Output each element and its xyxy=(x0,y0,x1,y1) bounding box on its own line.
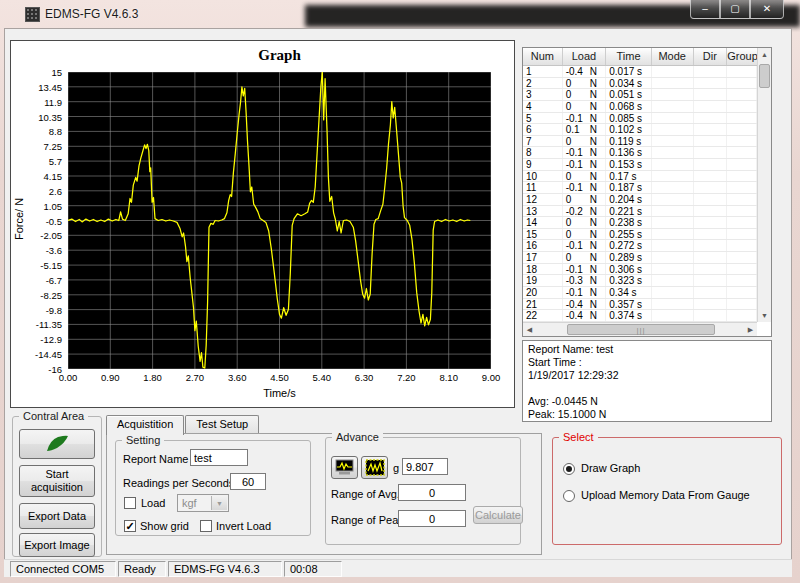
table-row[interactable]: 30N0.051 s xyxy=(523,89,757,101)
show-grid-checkbox[interactable]: ✓ xyxy=(124,520,136,532)
table-cell xyxy=(727,217,757,228)
table-cell xyxy=(694,78,728,89)
column-header-mode[interactable]: Mode xyxy=(652,48,694,65)
table-row[interactable]: 22-0.4N0.374 s xyxy=(523,310,757,322)
table-row[interactable]: 100N0.17 s xyxy=(523,171,757,183)
x-tick-label: 5.40 xyxy=(302,372,342,383)
y-tick-label: 10.35 xyxy=(12,112,62,123)
info-line: 1/19/2017 12:29:32 xyxy=(528,369,766,382)
plot-area xyxy=(68,72,491,369)
table-row[interactable]: 21-0.4N0.357 s xyxy=(523,299,757,311)
table-row[interactable]: 150N0.255 s xyxy=(523,229,757,241)
vertical-scroll-thumb[interactable] xyxy=(759,64,770,88)
table-cell xyxy=(652,136,694,147)
table-row[interactable]: 19-0.3N0.323 s xyxy=(523,275,757,287)
connect-button[interactable] xyxy=(19,429,95,459)
table-cell xyxy=(727,252,757,263)
tab-test-setup[interactable]: Test Setup xyxy=(185,415,259,434)
column-header-num[interactable]: Num xyxy=(523,48,563,65)
scroll-down-arrow-icon[interactable]: ▼ xyxy=(758,309,771,322)
load-checkbox[interactable] xyxy=(124,497,136,509)
table-cell: -0.4N xyxy=(563,310,607,321)
table-row[interactable]: 9-0.1N0.153 s xyxy=(523,159,757,171)
horizontal-scroll-thumb[interactable]: ||| xyxy=(567,324,715,335)
column-header-load[interactable]: Load xyxy=(563,48,607,65)
caption-buttons: – ▢ ✕ xyxy=(690,0,784,19)
table-row[interactable]: 18-0.1N0.306 s xyxy=(523,264,757,276)
table-cell: -0.1N xyxy=(563,182,607,193)
report-name-label: Report Name xyxy=(123,453,188,465)
scroll-right-arrow-icon[interactable]: ▶ xyxy=(744,323,757,336)
table-row[interactable]: 140N0.238 s xyxy=(523,217,757,229)
table-cell xyxy=(727,264,757,275)
minimize-button[interactable]: – xyxy=(690,0,720,19)
table-row[interactable]: 1-0.4N0.017 s xyxy=(523,66,757,78)
readings-per-seconds-input[interactable] xyxy=(230,473,266,490)
table-vertical-scrollbar[interactable]: ▲ ▼ xyxy=(757,48,771,322)
force-time-plot xyxy=(68,72,491,369)
table-cell xyxy=(727,240,757,251)
info-line: Report Name: test xyxy=(528,343,766,356)
table-cell xyxy=(652,287,694,298)
table-horizontal-scrollbar[interactable]: ◀ ||| ▶ xyxy=(523,322,757,336)
range-of-peak-input[interactable] xyxy=(398,510,466,527)
maximize-button[interactable]: ▢ xyxy=(720,0,750,19)
table-row[interactable]: 70N0.119 s xyxy=(523,136,757,148)
table-cell xyxy=(694,159,728,170)
y-tick-label: -12.9 xyxy=(12,334,62,345)
report-name-input[interactable] xyxy=(190,449,248,466)
scope-display-button[interactable] xyxy=(331,456,358,479)
status-bar: Connected COM5 Ready EDMS-FG V4.6.3 00:0… xyxy=(4,559,792,577)
y-tick-label: 15 xyxy=(12,67,62,78)
table-row[interactable]: 16-0.1N0.272 s xyxy=(523,240,757,252)
draw-graph-radio[interactable] xyxy=(563,463,575,475)
table-row[interactable]: 8-0.1N0.136 s xyxy=(523,147,757,159)
table-row[interactable]: 20N0.034 s xyxy=(523,78,757,90)
table-row[interactable]: 60.1N0.102 s xyxy=(523,124,757,136)
table-cell: 8 xyxy=(523,147,563,158)
x-tick-label: 9.00 xyxy=(471,372,511,383)
load-unit-value: kgf xyxy=(182,497,197,509)
column-header-time[interactable]: Time xyxy=(606,48,652,65)
range-of-peak-label: Range of Peak xyxy=(331,514,404,526)
waveform-icon xyxy=(365,459,385,476)
export-data-button[interactable]: Export Data xyxy=(19,503,95,529)
table-cell xyxy=(694,101,728,112)
calculate-button[interactable]: Calculate xyxy=(473,506,523,524)
x-tick-label: 7.20 xyxy=(386,372,426,383)
export-image-button[interactable]: Export Image xyxy=(19,533,95,557)
start-acquisition-button[interactable]: Start acquisition xyxy=(19,465,95,497)
invert-load-checkbox[interactable] xyxy=(200,520,212,532)
load-unit-combo[interactable]: kgf ▼ xyxy=(177,494,229,512)
table-row[interactable]: 13-0.2N0.221 s xyxy=(523,206,757,218)
waveform-button[interactable] xyxy=(361,456,388,479)
status-app-version: EDMS-FG V4.6.3 xyxy=(168,561,282,577)
table-cell: 0N xyxy=(563,171,607,182)
table-cell xyxy=(694,275,728,286)
table-cell: 16 xyxy=(523,240,563,251)
column-header-group[interactable]: Group xyxy=(727,48,757,65)
table-cell: 0.221 s xyxy=(606,206,652,217)
close-button[interactable]: ✕ xyxy=(750,0,784,19)
table-cell: 0.323 s xyxy=(606,275,652,286)
tab-acquisition[interactable]: Acquistition xyxy=(106,415,184,435)
table-cell: -0.1N xyxy=(563,147,607,158)
column-header-dir[interactable]: Dir xyxy=(694,48,728,65)
table-row[interactable]: 170N0.289 s xyxy=(523,252,757,264)
table-cell xyxy=(727,113,757,124)
table-row[interactable]: 11-0.1N0.187 s xyxy=(523,182,757,194)
upload-memory-radio[interactable] xyxy=(563,490,575,502)
table-row[interactable]: 120N0.204 s xyxy=(523,194,757,206)
scroll-up-arrow-icon[interactable]: ▲ xyxy=(758,48,771,61)
table-row[interactable]: 5-0.1N0.085 s xyxy=(523,113,757,125)
scroll-left-arrow-icon[interactable]: ◀ xyxy=(523,323,536,336)
x-axis-label: Time/s xyxy=(68,387,491,399)
g-input[interactable] xyxy=(402,458,448,475)
table-row[interactable]: 40N0.068 s xyxy=(523,101,757,113)
table-cell xyxy=(652,194,694,205)
x-tick-label: 4.50 xyxy=(260,372,300,383)
range-of-avg-input[interactable] xyxy=(398,484,466,501)
table-cell: 0.255 s xyxy=(606,229,652,240)
table-row[interactable]: 20-0.1N0.34 s xyxy=(523,287,757,299)
combo-dropdown-arrow-icon[interactable]: ▼ xyxy=(211,496,227,510)
